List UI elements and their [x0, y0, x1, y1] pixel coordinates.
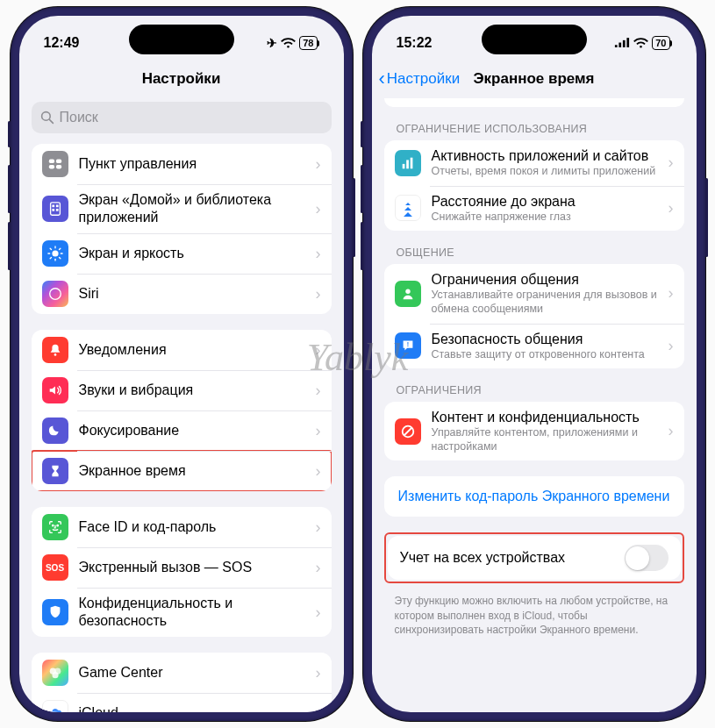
comm-limits-icon	[395, 281, 421, 307]
cell-icloud[interactable]: iCloud ›	[32, 693, 332, 712]
cell-title: Активность приложений и сайтов	[432, 147, 658, 165]
svg-rect-30	[619, 43, 622, 47]
cell-sos[interactable]: SOS Экстренный вызов — SOS ›	[32, 547, 332, 588]
chevron-right-icon: ›	[316, 155, 321, 174]
cell-focus[interactable]: Фокусирование ›	[32, 410, 332, 451]
cell-change-passcode[interactable]: Изменить код-пароль Экранного времени	[384, 476, 684, 517]
svg-line-1	[49, 119, 53, 123]
status-time: 15:22	[397, 35, 433, 51]
svg-rect-31	[623, 40, 626, 47]
svg-rect-3	[55, 160, 61, 164]
svg-rect-9	[52, 209, 54, 211]
back-label: Настройки	[387, 70, 460, 88]
cell-label: Экстренный вызов — SOS	[79, 559, 305, 576]
chevron-right-icon: ›	[316, 664, 321, 682]
share-across-toggle[interactable]	[625, 545, 669, 571]
svg-rect-33	[402, 164, 404, 168]
chevron-right-icon: ›	[316, 704, 321, 713]
focus-icon	[42, 418, 68, 444]
cell-sounds[interactable]: Звуки и вибрация ›	[32, 370, 332, 410]
cell-app-activity[interactable]: Активность приложений и сайтов Отчеты, в…	[384, 140, 684, 186]
svg-rect-4	[48, 165, 54, 169]
cell-label: Пункт управления	[79, 155, 305, 173]
cell-subtitle: Ставьте защиту от откровенного контента	[432, 348, 658, 362]
cell-content-privacy[interactable]: Контент и конфиденциальность Управляйте …	[384, 402, 684, 460]
search-icon	[40, 111, 54, 125]
svg-point-21	[54, 353, 56, 356]
sounds-icon	[42, 377, 68, 403]
svg-rect-32	[627, 38, 630, 47]
cell-comm-limits[interactable]: Ограничения общения Устанавливайте огран…	[384, 264, 684, 323]
section-passcode: Изменить код-пароль Экранного времени	[384, 476, 684, 517]
cell-label: Звуки и вибрация	[79, 382, 305, 399]
cell-label: Экранное время	[79, 462, 305, 480]
cell-subtitle: Устанавливайте ограничения для вызовов и…	[432, 289, 658, 316]
phone-right: 15:22 70 ‹ Настройки Экранное время	[363, 7, 705, 721]
screen-left: 12:49 ✈ 78 Настройки Поиск	[19, 16, 344, 712]
screen-right: 15:22 70 ‹ Настройки Экранное время	[372, 16, 697, 712]
section-header-restrictions: Ограничения	[384, 384, 684, 402]
section-header-communication: Общение	[384, 246, 684, 264]
chevron-right-icon: ›	[316, 603, 321, 622]
chevron-right-icon: ›	[669, 337, 674, 355]
cell-label: Face ID и код-пароль	[79, 518, 305, 536]
cell-game-center[interactable]: Game Center ›	[32, 653, 332, 693]
link-label: Изменить код-пароль Экранного времени	[398, 489, 670, 504]
icloud-icon	[42, 700, 68, 712]
section-communication: Ограничения общения Устанавливайте огран…	[384, 264, 684, 368]
chevron-right-icon: ›	[669, 199, 674, 218]
cell-screen-time[interactable]: Экранное время ›	[32, 451, 332, 491]
cell-display-brightness[interactable]: Экран и яркость ›	[32, 233, 332, 274]
chevron-right-icon: ›	[316, 382, 321, 400]
cell-share-across-devices[interactable]: Учет на всех устройствах	[388, 536, 681, 580]
cell-subtitle: Отчеты, время покоя и лимиты приложений	[432, 165, 658, 179]
notifications-icon	[42, 337, 68, 363]
svg-point-36	[405, 289, 410, 293]
cell-control-center[interactable]: Пункт управления ›	[32, 144, 332, 184]
dynamic-island	[129, 25, 234, 54]
cell-label: Siri	[79, 285, 305, 303]
cell-label: Экран «Домой» и библиотека приложений	[79, 191, 305, 226]
cell-faceid[interactable]: Face ID и код-пароль ›	[32, 507, 332, 547]
section-restrictions: Контент и конфиденциальность Управляйте …	[384, 402, 684, 460]
chevron-right-icon: ›	[316, 462, 321, 481]
cell-home-screen[interactable]: Экран «Домой» и библиотека приложений ›	[32, 184, 332, 233]
svg-point-23	[56, 525, 57, 525]
status-time: 12:49	[44, 35, 80, 51]
chevron-right-icon: ›	[669, 153, 674, 172]
distance-icon	[395, 195, 421, 221]
cell-label: Фокусирование	[79, 422, 305, 439]
svg-rect-10	[55, 209, 58, 211]
cell-subtitle: Снижайте напряжение глаз	[432, 211, 658, 225]
settings-group-2: Уведомления › Звуки и вибрация › Фокусир…	[32, 330, 332, 491]
chevron-right-icon: ›	[316, 285, 321, 303]
svg-point-26	[52, 672, 58, 678]
svg-rect-7	[52, 205, 54, 208]
cell-label: Экран и яркость	[79, 245, 305, 262]
screen-time-icon	[42, 458, 68, 484]
cell-comm-safety[interactable]: ! Безопасность общения Ставьте защиту от…	[384, 324, 684, 369]
cell-screen-distance[interactable]: Расстояние до экрана Снижайте напряжение…	[384, 186, 684, 232]
svg-rect-2	[48, 160, 54, 164]
cellular-icon	[614, 38, 630, 48]
highlight-share-across: Учет на всех устройствах	[384, 532, 684, 583]
cell-subtitle: Управляйте контентом, приложениями и нас…	[432, 426, 658, 453]
gamecenter-icon	[42, 660, 68, 686]
cell-label: Game Center	[79, 664, 305, 682]
cell-siri[interactable]: Siri ›	[32, 274, 332, 314]
svg-rect-29	[615, 45, 618, 47]
svg-line-17	[59, 258, 60, 259]
cell-title: Контент и конфиденциальность	[432, 409, 658, 426]
control-center-icon	[42, 151, 68, 177]
dynamic-island	[482, 25, 587, 54]
wifi-icon	[633, 38, 648, 49]
back-button[interactable]: ‹ Настройки	[379, 69, 461, 89]
cell-privacy[interactable]: Конфиденциальность и безопасность ›	[32, 588, 332, 637]
chevron-right-icon: ›	[316, 518, 321, 537]
comm-safety-icon: !	[395, 332, 421, 359]
chevron-right-icon: ›	[669, 284, 674, 303]
chevron-left-icon: ‹	[379, 69, 385, 89]
cell-notifications[interactable]: Уведомления ›	[32, 330, 332, 370]
brightness-icon	[42, 240, 68, 267]
search-input[interactable]: Поиск	[32, 102, 332, 133]
